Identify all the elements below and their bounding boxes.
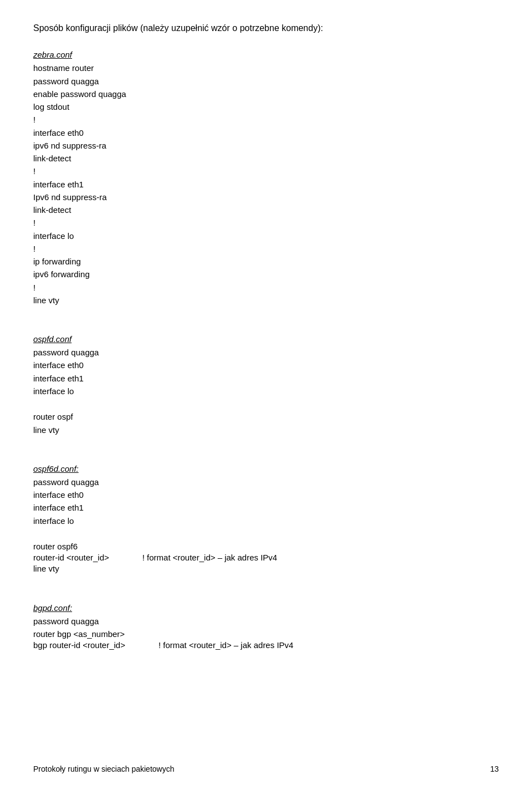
ospf6d-router-id-comment: ! format <router_id> – jak adres IPv4 xyxy=(142,553,277,562)
ospf6d-after-code: line vty xyxy=(33,562,499,575)
page-number: 13 xyxy=(490,764,499,773)
footer-title: Protokoły rutingu w sieciach pakietowych xyxy=(33,764,174,773)
zebra-title: zebra.conf xyxy=(33,50,499,59)
bgpd-router-id-line: bgp router-id <router_id> ! format <rout… xyxy=(33,640,499,650)
zebra-section: zebra.conf hostname router password quag… xyxy=(33,50,499,307)
ospf6d-title: ospf6d.conf: xyxy=(33,464,499,473)
ospfd-section: ospfd.conf password quagga interface eth… xyxy=(33,334,499,436)
bgpd-title: bgpd.conf: xyxy=(33,603,499,613)
ospfd-code: password quagga interface eth0 interface… xyxy=(33,346,499,436)
ospf6d-router-id-line: router-id <router_id> ! format <router_i… xyxy=(33,553,499,562)
page-footer: Protokoły rutingu w sieciach pakietowych… xyxy=(0,764,532,773)
ospf6d-section: ospf6d.conf: password quagga interface e… xyxy=(33,464,499,575)
main-heading: Sposób konfiguracji plików (należy uzupe… xyxy=(33,22,499,34)
bgpd-router-id-code: bgp router-id <router_id> xyxy=(33,640,125,650)
zebra-code: hostname router password quagga enable p… xyxy=(33,62,499,307)
ospf6d-router-id-code: router-id <router_id> xyxy=(33,553,109,562)
bgpd-section: bgpd.conf: password quagga router bgp <a… xyxy=(33,603,499,650)
ospf6d-code: password quagga interface eth0 interface… xyxy=(33,476,499,553)
bgpd-router-id-comment: ! format <router_id> – jak adres IPv4 xyxy=(158,640,293,650)
bgpd-code: password quagga router bgp <as_number> xyxy=(33,615,499,641)
ospfd-title: ospfd.conf xyxy=(33,334,499,344)
